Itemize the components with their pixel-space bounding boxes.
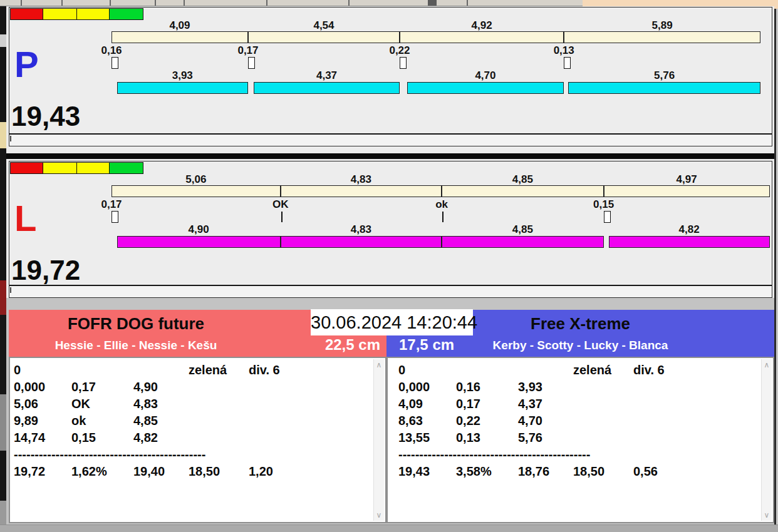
result-row: 8,630,224,70: [398, 414, 760, 431]
result-cell: 4,70: [518, 414, 573, 431]
lane-panel-p: 4,090,163,934,540,174,374,920,224,705,89…: [9, 7, 772, 146]
scroll-up-icon[interactable]: ∧: [762, 361, 772, 369]
split-time-label: 5,06: [112, 173, 281, 186]
result-cell: 18,50: [573, 464, 633, 481]
top-edge-fragment: [428, 0, 437, 6]
scrollbar[interactable]: ∧ ∨: [761, 359, 772, 521]
result-cell: 0,000: [398, 380, 456, 397]
changeover-marker: [248, 57, 255, 69]
result-cell: 4,82: [133, 431, 189, 448]
result-cell: [573, 380, 633, 397]
team-name: FOFR DOG future: [9, 314, 263, 334]
lane-panel-l: 5,060,174,904,83OK4,834,85ok4,854,970,15…: [9, 161, 772, 298]
result-cell: [189, 397, 249, 414]
jump-height-label: 22,5 cm: [325, 336, 380, 354]
indicator-light: [109, 162, 143, 174]
result-cell: 0,15: [71, 431, 133, 448]
result-cell: div. 6: [249, 363, 373, 380]
result-cell: 19,40: [133, 464, 189, 481]
team-results-area[interactable]: 0zelenádiv. 60,0000,174,905,06OK4,839,89…: [9, 357, 386, 523]
result-cell: 3,58%: [456, 464, 518, 481]
split-time-bar: [442, 185, 604, 197]
dog-run-bar: [281, 236, 442, 248]
changeover-ok-tick: [442, 212, 443, 222]
result-cell: 4,85: [133, 414, 189, 431]
result-cell: [456, 363, 518, 380]
result-cell: [249, 414, 373, 431]
result-cell: 5,76: [518, 431, 573, 448]
changeover-marker: [112, 57, 118, 69]
top-edge-tick: [184, 0, 185, 6]
result-cell: 19,72: [14, 464, 71, 481]
dog-run-label: 4,83: [281, 223, 442, 236]
changeover-ok-tick: [281, 212, 283, 222]
result-row: 0,0000,163,93: [398, 380, 760, 397]
top-edge-tick: [348, 0, 350, 6]
result-cell: ok: [71, 414, 133, 431]
scrollbar[interactable]: ∧ ∨: [373, 359, 384, 521]
lane-p-timing-chart: 4,090,163,934,540,174,374,920,224,705,89…: [9, 8, 772, 133]
result-cell: 4,83: [133, 397, 189, 414]
result-cell: [189, 380, 249, 397]
background-window-peach: [583, 0, 778, 6]
scroll-down-icon[interactable]: ∨: [374, 511, 384, 519]
changeover-label: 0,13: [536, 44, 592, 57]
split-time-bar: [564, 31, 760, 43]
dog-run-label: 4,82: [609, 223, 770, 236]
app-stage: 4,090,163,934,540,174,374,920,224,705,89…: [0, 0, 778, 532]
result-cell: [189, 414, 249, 431]
result-cell: 14,74: [14, 431, 71, 448]
jump-height-label: 17,5 cm: [399, 336, 454, 354]
result-cell: 4,09: [398, 397, 456, 414]
dog-run-bar: [117, 82, 248, 94]
indicator-light: [43, 8, 77, 20]
result-cell: 0,13: [456, 431, 518, 448]
indicator-light: [76, 8, 110, 20]
lane-total-time: 19,72: [11, 255, 80, 285]
changeover-marker: [112, 211, 118, 223]
dog-run-label: 3,93: [117, 69, 248, 82]
result-cell: [573, 431, 633, 448]
dog-run-label: 5,76: [568, 69, 760, 82]
dog-run-bar: [254, 82, 400, 94]
result-row: 0,0000,174,90: [14, 380, 373, 397]
result-cell: 0,17: [71, 380, 133, 397]
split-time-label: 4,92: [400, 19, 564, 32]
totals-row: 19,721,62%19,4018,501,20: [14, 464, 373, 481]
changeover-marker: [400, 57, 407, 69]
changeover-label: 0,17: [220, 44, 276, 57]
result-cell: 8,63: [398, 414, 456, 431]
result-cell: [189, 431, 249, 448]
lane-bottom-strip: [9, 285, 772, 297]
result-cell: [249, 431, 373, 448]
result-cell: 0,16: [456, 380, 518, 397]
changeover-label: 0,17: [83, 198, 140, 211]
split-time-bar: [112, 31, 248, 43]
team-results-area[interactable]: 0zelenádiv. 60,0000,163,934,090,174,378,…: [386, 357, 774, 523]
team-dog-names: Hessie - Ellie - Nessie - Kešu: [9, 339, 263, 352]
dog-run-bar: [568, 82, 760, 94]
lane-total-time: 19,43: [11, 101, 80, 131]
result-row: 13,550,135,76: [398, 431, 760, 448]
dog-run-label: 4,85: [442, 223, 604, 236]
result-cell: 19,43: [398, 464, 456, 481]
result-row: 4,090,174,37: [398, 397, 760, 414]
result-cell: 0: [398, 363, 456, 380]
scroll-up-icon[interactable]: ∧: [374, 361, 384, 369]
split-time-label: 4,97: [604, 173, 770, 186]
result-cell: [249, 380, 373, 397]
lane-l-timing-chart: 5,060,174,904,83OK4,834,85ok4,854,970,15…: [9, 161, 772, 287]
scroll-down-icon[interactable]: ∨: [762, 511, 772, 519]
result-cell: 1,20: [249, 464, 373, 481]
strip-cursor: [10, 136, 11, 141]
lane-letter: L: [14, 200, 36, 237]
info-row: 0zelenádiv. 6: [398, 363, 760, 380]
result-cell: 18,50: [189, 464, 249, 481]
lane-letter: P: [14, 46, 39, 83]
team-results-text: 0zelenádiv. 60,0000,174,905,06OK4,839,89…: [10, 358, 373, 522]
indicator-light: [43, 162, 77, 174]
left-edge-fragment: [0, 34, 6, 47]
split-time-bar: [281, 185, 442, 197]
left-edge-fragment: [0, 280, 6, 315]
datetime-display: 30.06.2024 14:20:44: [311, 309, 473, 335]
